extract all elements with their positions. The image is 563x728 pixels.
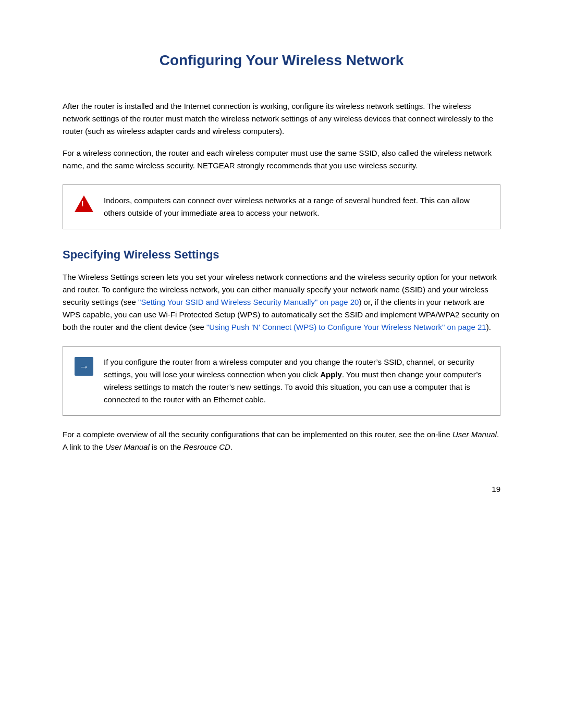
- info-box: → If you configure the router from a wir…: [63, 346, 500, 416]
- closing-paragraph: For a complete overview of all the secur…: [63, 428, 500, 453]
- info-note-apply-bold: Apply: [320, 370, 342, 379]
- section-paragraph-1: The Wireless Settings screen lets you se…: [63, 271, 500, 334]
- closing-text-1: For a complete overview of all the secur…: [63, 430, 452, 439]
- closing-italic-2: User Manual: [105, 442, 150, 451]
- warning-box: Indoors, computers can connect over wire…: [63, 184, 500, 229]
- closing-text-end: is on the: [150, 442, 183, 451]
- intro-paragraph-2: For a wireless connection, the router an…: [63, 147, 500, 172]
- intro-paragraph-1: After the router is installed and the In…: [63, 100, 500, 138]
- warning-icon-area: [74, 195, 94, 212]
- arrow-icon: →: [75, 357, 93, 376]
- info-note-text: If you configure the router from a wirel…: [104, 356, 489, 406]
- link-wps[interactable]: "Using Push 'N' Connect (WPS) to Configu…: [206, 323, 486, 331]
- link-ssid-manual[interactable]: "Setting Your SSID and Wireless Security…: [138, 298, 359, 306]
- section-heading: Specifying Wireless Settings: [63, 248, 500, 262]
- page-number: 19: [63, 485, 500, 493]
- closing-italic-1: User Manual: [452, 430, 497, 439]
- closing-final: .: [230, 442, 232, 451]
- page-title: Configuring Your Wireless Network: [63, 52, 500, 69]
- warning-note-text: Indoors, computers can connect over wire…: [104, 194, 489, 219]
- warning-triangle-icon: [75, 195, 93, 212]
- section-p1-text-end: ).: [486, 323, 491, 331]
- arrow-icon-area: →: [74, 357, 94, 376]
- closing-italic-3: Resrouce CD: [183, 442, 230, 451]
